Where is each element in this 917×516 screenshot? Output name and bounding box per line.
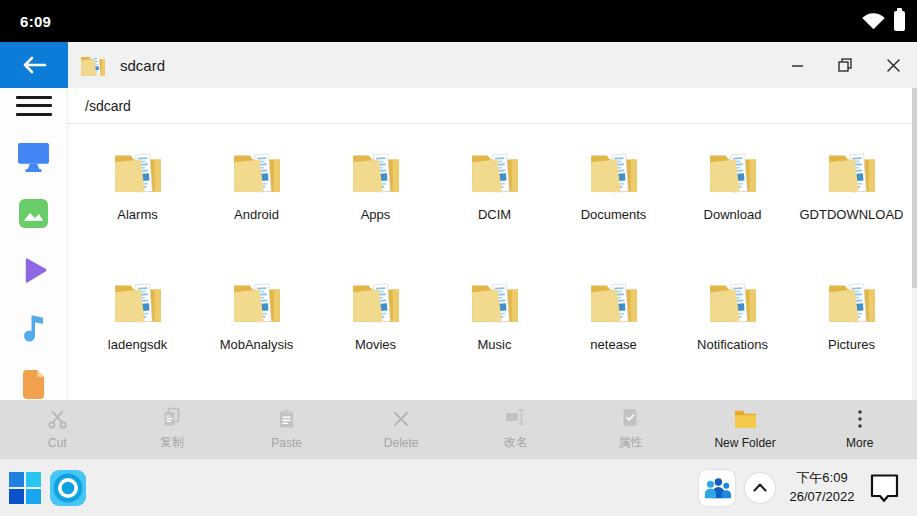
folder-item[interactable]: Download [673,148,792,278]
window-title: sdcard [120,57,165,74]
app-circle-icon [49,469,87,507]
folder-item[interactable]: netease [554,278,673,408]
restore-button[interactable] [821,42,869,88]
more-button[interactable]: More [802,400,917,458]
folder-icon [708,148,758,194]
folder-item[interactable]: Music [435,278,554,408]
close-button[interactable] [869,42,917,88]
close-icon [887,59,900,72]
battery-icon [894,11,905,31]
tray-expand-button[interactable] [745,473,775,503]
folder-item[interactable]: Movies [316,278,435,408]
folder-icon [708,278,758,324]
sidebar-item-videos[interactable] [17,255,51,287]
folder-item[interactable]: MobAnalysis [197,278,316,408]
folder-name: Apps [361,207,391,222]
sidebar-item-documents[interactable] [17,368,51,400]
folder-item[interactable]: DCIM [435,148,554,278]
folder-icon [470,278,520,324]
rename-button[interactable]: 改名 [459,400,574,458]
document-icon [21,370,46,399]
folder-icon [589,148,639,194]
chat-bubble-icon [869,473,900,503]
chevron-up-icon [753,483,767,492]
status-time: 6:09 [20,13,51,30]
sidebar-item-pictures[interactable] [17,198,51,230]
folder-icon [113,148,163,194]
new-folder-icon [734,409,757,429]
taskbar: 下午6:09 26/07/2022 [0,458,917,516]
start-logo-icon [26,472,41,487]
folder-icon [113,278,163,324]
folder-name: ladengsdk [108,337,167,352]
folder-item[interactable]: Notifications [673,278,792,408]
vertical-scrollbar[interactable] [912,88,917,400]
folder-name: Movies [355,337,396,352]
folder-name: Pictures [828,337,875,352]
android-status-bar: 6:09 [0,0,917,42]
delete-button[interactable]: Delete [344,400,459,458]
folder-name: Alarms [117,207,157,222]
folder-name: Download [704,207,762,222]
menu-button[interactable] [16,96,52,116]
monitor-icon [17,141,50,172]
restore-icon [838,58,852,72]
folder-name: GDTDOWNLOAD [800,207,904,222]
current-path: /sdcard [85,98,131,114]
window-header: sdcard [0,42,917,88]
file-toolbar: Cut 复制 Paste Delete 改名 [0,400,917,458]
folder-item[interactable]: Alarms [78,148,197,278]
cut-button[interactable]: Cut [0,400,115,458]
properties-icon [622,407,638,427]
gallery-icon [19,199,48,228]
clock-date: 26/07/2022 [785,488,859,507]
title-folder-icon [80,53,106,77]
folder-name: DCIM [478,207,511,222]
folder-icon [351,148,401,194]
properties-button[interactable]: 属性 [573,400,688,458]
folder-name: Documents [581,207,647,222]
back-button[interactable] [0,42,68,88]
folder-item[interactable]: GDTDOWNLOAD [792,148,911,278]
clock-time: 下午6:09 [785,469,859,488]
music-note-icon [21,312,47,342]
folder-name: Notifications [697,337,768,352]
copy-button[interactable]: 复制 [115,400,230,458]
folder-item[interactable]: ladengsdk [78,278,197,408]
new-folder-button[interactable]: New Folder [688,400,803,458]
screen: 6:09 sdcard [0,0,917,516]
rename-icon [505,407,527,427]
folder-icon [232,148,282,194]
folder-name: netease [590,337,636,352]
folder-name: MobAnalysis [220,337,294,352]
wifi-icon [861,12,886,30]
people-icon [702,474,732,502]
paste-button[interactable]: Paste [229,400,344,458]
taskbar-clock[interactable]: 下午6:09 26/07/2022 [785,469,859,507]
folder-icon [351,278,401,324]
folder-name: Music [478,337,512,352]
sidebar-item-music[interactable] [17,311,51,343]
folder-item[interactable]: Android [197,148,316,278]
window-title-bar[interactable]: sdcard [68,42,917,88]
minimize-button[interactable] [773,42,821,88]
taskbar-app-button[interactable] [49,469,87,507]
sidebar-item-computer[interactable] [17,141,51,173]
file-browser: /sdcard Alarms Android Apps DCIM Documen… [68,88,917,400]
people-button[interactable] [699,470,735,506]
start-button[interactable] [9,472,41,504]
notifications-button[interactable] [869,471,903,505]
more-dots-icon [858,409,862,429]
folder-name: Android [234,207,279,222]
folder-item[interactable]: Apps [316,148,435,278]
scissors-icon [48,409,67,429]
folder-item[interactable]: Documents [554,148,673,278]
play-icon [19,255,48,286]
folder-icon [589,278,639,324]
copy-icon [162,407,181,427]
folder-grid: Alarms Android Apps DCIM Documents Downl… [68,124,917,408]
folder-icon [232,278,282,324]
folder-icon [827,278,877,324]
folder-item[interactable]: Pictures [792,278,911,408]
folder-icon [827,148,877,194]
